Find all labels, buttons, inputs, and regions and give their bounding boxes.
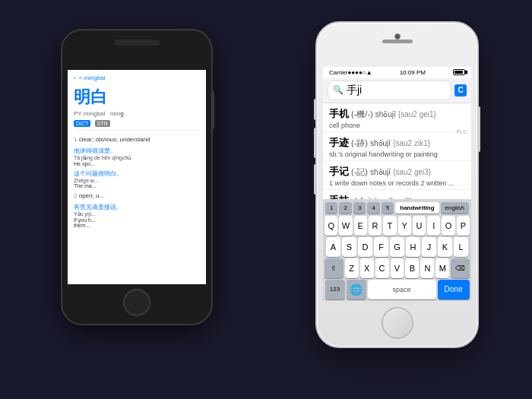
kb-e[interactable]: E bbox=[354, 216, 367, 236]
kb-key-5[interactable]: 5 bbox=[382, 202, 394, 214]
kb-a[interactable]: A bbox=[326, 237, 340, 257]
kb-x[interactable]: X bbox=[360, 258, 374, 278]
back-example2-zh: 这个问题很明白。 bbox=[74, 169, 200, 178]
search-icon: 🔍 bbox=[333, 85, 344, 95]
back-def1: 1 clear; obvious; understand bbox=[74, 135, 200, 144]
front-mute-button bbox=[314, 99, 317, 120]
back-title-chinese: 明白 bbox=[74, 86, 200, 109]
kb-h[interactable]: H bbox=[406, 237, 420, 257]
time-label: 10:09 PM bbox=[372, 69, 453, 76]
clear-button[interactable]: C bbox=[454, 84, 467, 97]
kb-p[interactable]: P bbox=[457, 216, 470, 236]
search-query: 手ji bbox=[347, 84, 362, 97]
back-phone-home-button bbox=[123, 289, 150, 316]
back-phone-notch bbox=[114, 40, 160, 46]
kb-key-3[interactable]: 3 bbox=[353, 202, 366, 214]
phone-front: Carrier ●●●●○ ▲ 10:09 PM 🔍 手ji bbox=[315, 21, 479, 348]
result-3-main: 手记 (-記) shǒujī {sau2 gei3} bbox=[329, 165, 465, 179]
result-1-main: 手机 (-機/-) shǒujī {sau2 gei1} bbox=[329, 107, 465, 121]
kb-d[interactable]: D bbox=[358, 237, 372, 257]
result-2-main: 手迹 (-跡) shǒujī {sau2 zik1} bbox=[329, 136, 465, 150]
back-phone-side-button bbox=[211, 91, 214, 129]
keyboard: 1 2 3 4 5 handwriting english Q W E R bbox=[323, 199, 471, 301]
back-example2-py: Zhège w... bbox=[74, 178, 200, 183]
kb-row-1: Q W E R T Y U I O P bbox=[325, 216, 470, 236]
front-screen: Carrier ●●●●○ ▲ 10:09 PM 🔍 手ji bbox=[323, 67, 471, 301]
kb-row-3: ⇧ Z X C V B N M ⌫ bbox=[325, 258, 470, 278]
kb-r[interactable]: R bbox=[369, 216, 382, 236]
back-example1-py: Tā jiǎng de hěn qīngchǔ. bbox=[74, 155, 200, 161]
front-volume-up-button bbox=[314, 128, 317, 158]
kb-z[interactable]: Z bbox=[345, 258, 359, 278]
kb-o[interactable]: O bbox=[442, 216, 454, 236]
back-stroke-badge: STR bbox=[95, 120, 110, 127]
kb-s[interactable]: S bbox=[342, 237, 356, 257]
back-pinyin: PY míngbái mínɡ bbox=[74, 110, 200, 117]
kb-done[interactable]: Done bbox=[438, 280, 470, 299]
front-home-button[interactable] bbox=[382, 307, 413, 339]
kb-shift[interactable]: ⇧ bbox=[325, 258, 344, 278]
front-volume-down-button bbox=[314, 164, 317, 195]
kb-space[interactable]: space bbox=[368, 280, 436, 299]
battery-area bbox=[453, 69, 465, 75]
search-bar: 🔍 手ji C bbox=[323, 78, 471, 103]
kb-c[interactable]: C bbox=[375, 258, 389, 278]
kb-key-1[interactable]: 1 bbox=[325, 202, 337, 214]
carrier-label: Carrier bbox=[329, 69, 347, 76]
wifi-icon: ▲ bbox=[366, 69, 372, 76]
result-item-3[interactable]: 手记 (-記) shǒujī {sau2 gei3} 1 write down … bbox=[323, 161, 471, 190]
kb-v[interactable]: V bbox=[391, 258, 404, 278]
kb-row-4: 123 🌐 space Done bbox=[325, 280, 470, 299]
kb-w[interactable]: W bbox=[339, 216, 352, 236]
kb-l[interactable]: L bbox=[454, 237, 468, 257]
results-list: 手机 (-機/-) shǒujī {sau2 gei1} cell phone … bbox=[323, 103, 471, 199]
kb-b[interactable]: B bbox=[405, 258, 419, 278]
kb-key-4[interactable]: 4 bbox=[367, 202, 379, 214]
phone-back: ‹ < mingbai 明白 PY míngbái mínɡ DICT STR … bbox=[61, 29, 213, 325]
back-nav-header: ‹ < mingbai bbox=[74, 74, 200, 81]
signal-icon: ●●●●○ bbox=[347, 69, 366, 76]
front-camera bbox=[394, 33, 401, 40]
result-item-2[interactable]: 手迹 (-跡) shǒujī {sau2 zik1} sb.'s origina… bbox=[323, 132, 471, 161]
back-example1-en: He spo... bbox=[74, 161, 200, 166]
kb-key-2[interactable]: 2 bbox=[339, 202, 351, 214]
result-item-1[interactable]: 手机 (-機/-) shǒujī {sau2 gei1} cell phone … bbox=[323, 103, 471, 132]
kb-f[interactable]: F bbox=[374, 237, 388, 257]
back-example3-zh: 有意见请直接说。 bbox=[74, 203, 200, 211]
kb-k[interactable]: K bbox=[438, 237, 452, 257]
back-example2-en: The ma... bbox=[74, 183, 200, 188]
kb-m[interactable]: M bbox=[435, 258, 449, 278]
kb-j[interactable]: J bbox=[422, 237, 436, 257]
kb-numbers[interactable]: 123 bbox=[325, 280, 345, 299]
front-power-button bbox=[477, 106, 480, 152]
kb-delete[interactable]: ⌫ bbox=[451, 258, 470, 278]
kb-q[interactable]: Q bbox=[325, 216, 337, 236]
kb-t[interactable]: T bbox=[383, 216, 396, 236]
kb-u[interactable]: U bbox=[413, 216, 426, 236]
kb-special-row: 1 2 3 4 5 handwriting english bbox=[325, 202, 470, 214]
kb-row-2: A S D F G H J K L bbox=[325, 237, 470, 257]
kb-globe[interactable]: 🌐 bbox=[347, 280, 366, 299]
back-nav-label: < mingbai bbox=[79, 74, 106, 81]
scene: ‹ < mingbai 明白 PY míngbái mínɡ DICT STR … bbox=[15, 14, 517, 386]
kb-handwriting-btn[interactable]: handwriting bbox=[395, 202, 439, 214]
back-nav-arrow: ‹ bbox=[74, 74, 76, 81]
status-bar: Carrier ●●●●○ ▲ 10:09 PM bbox=[323, 67, 471, 78]
result-item-4[interactable]: 手技 shǒujì {sau2 gei6} 1 handicraft; craf… bbox=[323, 190, 471, 199]
back-phone-screen: ‹ < mingbai 明白 PY míngbái mínɡ DICT STR … bbox=[68, 70, 206, 284]
battery-icon bbox=[453, 69, 465, 75]
kb-n[interactable]: N bbox=[420, 258, 434, 278]
back-example1-zh: 他讲得很清楚。 bbox=[74, 147, 200, 155]
kb-english-btn[interactable]: english bbox=[441, 202, 469, 214]
back-def2: 2 open; u... bbox=[74, 192, 200, 200]
back-dict-badge: DICT bbox=[74, 120, 90, 127]
kb-i[interactable]: I bbox=[427, 216, 440, 236]
front-speaker bbox=[382, 40, 413, 43]
search-input-container[interactable]: 🔍 手ji bbox=[328, 81, 451, 100]
kb-g[interactable]: G bbox=[390, 237, 404, 257]
kb-y[interactable]: Y bbox=[398, 216, 411, 236]
back-example3-py: Yǒu yìji... bbox=[74, 211, 200, 217]
result-4-main: 手技 shǒujì {sau2 gei6} bbox=[329, 194, 465, 199]
